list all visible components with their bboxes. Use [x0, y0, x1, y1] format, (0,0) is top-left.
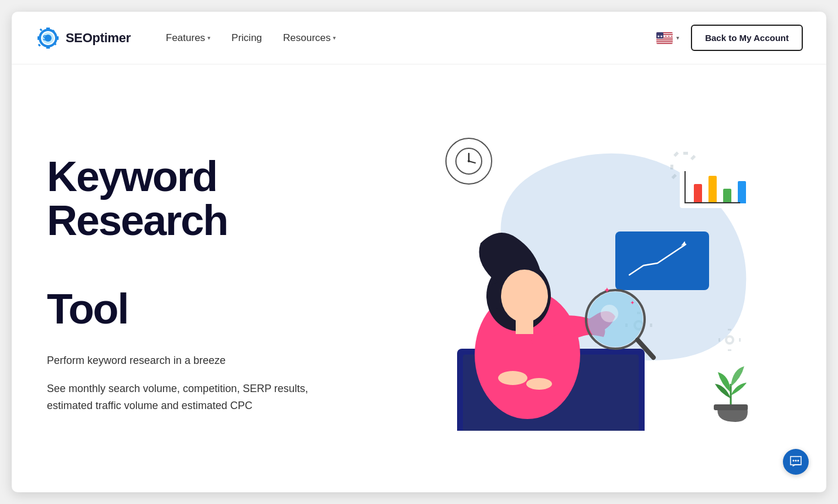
- svg-rect-6: [656, 40, 673, 41]
- us-flag-icon: ★★★★★★: [656, 32, 673, 44]
- svg-rect-15: [714, 404, 748, 410]
- person-illustration: ✦ ✦: [410, 167, 703, 431]
- svg-text:✦: ✦: [630, 299, 635, 306]
- hero-subtitle2: See monthly search volume, competition, …: [47, 380, 340, 414]
- svg-point-22: [501, 270, 548, 322]
- logo-text: SEOptimer: [66, 30, 131, 46]
- logo-icon: S: [35, 25, 61, 51]
- features-nav-item[interactable]: Features ▾: [166, 32, 210, 44]
- svg-point-26: [601, 305, 618, 322]
- plant-illustration: [703, 360, 750, 419]
- hero-title-line3: Tool: [47, 285, 128, 332]
- svg-rect-5: [656, 38, 673, 39]
- resources-chevron-icon: ▾: [333, 35, 336, 41]
- svg-text:★★★★★★: ★★★★★★: [657, 35, 673, 38]
- features-chevron-icon: ▾: [207, 35, 210, 41]
- language-chevron-icon: ▾: [676, 35, 679, 41]
- hero-left: Keyword Research Tool Perform keyword re…: [47, 64, 340, 492]
- svg-rect-23: [516, 316, 533, 334]
- hero-section: Keyword Research Tool Perform keyword re…: [12, 64, 826, 492]
- nav-links: Features ▾ Pricing Resources ▾: [166, 32, 336, 44]
- svg-point-29: [526, 378, 552, 390]
- pricing-nav-item[interactable]: Pricing: [231, 32, 262, 44]
- navbar: S SEOptimer Features ▾ Pricing Resources…: [12, 12, 826, 64]
- svg-text:S: S: [43, 34, 47, 42]
- hero-title: Keyword Research Tool: [47, 155, 340, 332]
- gear-small-icon: [718, 328, 741, 352]
- hero-title-line1: Keyword: [47, 153, 217, 200]
- chart-bar-2: [708, 176, 717, 203]
- chat-icon: [789, 455, 802, 468]
- svg-text:✦: ✦: [604, 285, 611, 295]
- svg-point-32: [793, 460, 795, 462]
- hero-title-line2: Research: [47, 199, 227, 243]
- svg-point-28: [498, 371, 527, 385]
- resources-nav-item[interactable]: Resources ▾: [283, 32, 336, 44]
- svg-rect-7: [656, 42, 673, 43]
- browser-frame: S SEOptimer Features ▾ Pricing Resources…: [12, 12, 826, 492]
- svg-point-34: [798, 460, 799, 462]
- svg-point-13: [468, 160, 470, 162]
- illustration-container: ✦ ✦: [375, 103, 756, 454]
- back-to-account-button[interactable]: Back to My Account: [691, 25, 803, 51]
- hero-right: ✦ ✦: [340, 64, 791, 492]
- logo-link[interactable]: S SEOptimer: [35, 25, 131, 51]
- chart-bar-4: [738, 181, 746, 204]
- svg-point-33: [795, 460, 797, 462]
- hero-subtitle1: Perform keyword research in a breeze: [47, 353, 340, 369]
- language-selector[interactable]: ★★★★★★ ▾: [656, 32, 679, 44]
- chart-bar-3: [723, 189, 731, 203]
